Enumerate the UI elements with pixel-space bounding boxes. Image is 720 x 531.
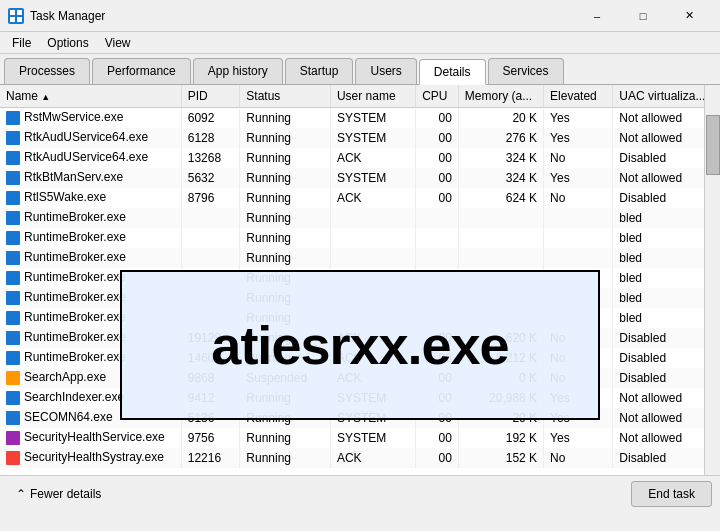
table-row[interactable]: RuntimeBroker.exe Running bled [0,208,720,228]
cell-name: RuntimeBroker.exe [0,228,181,248]
cell-memory: 20 K [458,108,543,128]
cell-pid: 13268 [181,148,240,168]
process-table-container: Name ▲ PID Status User name CPU Memory (… [0,85,720,475]
table-header: Name ▲ PID Status User name CPU Memory (… [0,85,720,108]
maximize-button[interactable]: □ [620,1,666,31]
tab-services[interactable]: Services [488,58,564,84]
window-title: Task Manager [30,9,574,23]
cell-cpu: 00 [416,448,459,468]
title-bar: Task Manager – □ ✕ [0,0,720,32]
col-header-memory[interactable]: Memory (a... [458,85,543,108]
cell-elevated [544,228,613,248]
cell-status: Running [240,188,331,208]
tab-app-history[interactable]: App history [193,58,283,84]
cell-pid [181,228,240,248]
cell-user: SYSTEM [330,128,415,148]
cell-name: RuntimeBroker.exe [0,248,181,268]
col-header-name[interactable]: Name ▲ [0,85,181,108]
cell-pid: 9756 [181,428,240,448]
table-row[interactable]: RuntimeBroker.exe Running bled [0,228,720,248]
tab-performance[interactable]: Performance [92,58,191,84]
fewer-details-button[interactable]: ⌃ Fewer details [8,483,109,505]
cell-elevated: No [544,188,613,208]
close-button[interactable]: ✕ [666,1,712,31]
cell-elevated [544,208,613,228]
window-controls: – □ ✕ [574,1,712,31]
col-header-status[interactable]: Status [240,85,331,108]
cell-user: ACK [330,188,415,208]
table-row[interactable]: RtkBtManServ.exe 5632 Running SYSTEM 00 … [0,168,720,188]
cell-pid [181,208,240,228]
menu-options[interactable]: Options [39,34,96,52]
cell-cpu: 00 [416,168,459,188]
cell-name: RstMwService.exe [0,108,181,128]
cell-status: Running [240,108,331,128]
table-row[interactable]: RtlS5Wake.exe 8796 Running ACK 00 624 K … [0,188,720,208]
cell-cpu: 00 [416,188,459,208]
cell-elevated: Yes [544,428,613,448]
fewer-details-label: Fewer details [30,487,101,501]
cell-elevated: No [544,448,613,468]
cell-pid [181,248,240,268]
cell-cpu: 00 [416,148,459,168]
cell-user [330,248,415,268]
bottom-bar: ⌃ Fewer details End task [0,475,720,511]
table-row[interactable]: RstMwService.exe 6092 Running SYSTEM 00 … [0,108,720,128]
cell-memory [458,208,543,228]
cell-elevated: Yes [544,128,613,148]
svg-rect-0 [10,10,15,15]
table-row[interactable]: RuntimeBroker.exe Running bled [0,248,720,268]
cell-memory: 192 K [458,428,543,448]
col-header-cpu[interactable]: CPU [416,85,459,108]
cell-memory [458,228,543,248]
cell-status: Running [240,148,331,168]
cell-name: RtlS5Wake.exe [0,188,181,208]
table-row[interactable]: SecurityHealthService.exe 9756 Running S… [0,428,720,448]
cell-cpu: 00 [416,128,459,148]
scrollbar[interactable] [704,85,720,475]
col-header-user[interactable]: User name [330,85,415,108]
cell-user [330,208,415,228]
cell-status: Running [240,248,331,268]
cell-elevated: No [544,148,613,168]
cell-cpu [416,208,459,228]
cell-name: RtkAudUService64.exe [0,148,181,168]
cell-memory: 152 K [458,448,543,468]
cell-pid: 6128 [181,128,240,148]
app-icon [8,8,24,24]
svg-rect-3 [17,17,22,22]
cell-memory: 624 K [458,188,543,208]
cell-name: SecurityHealthService.exe [0,428,181,448]
cell-name: SecurityHealthSystray.exe [0,448,181,468]
cell-pid: 6092 [181,108,240,128]
menu-view[interactable]: View [97,34,139,52]
end-task-button[interactable]: End task [631,481,712,507]
cell-elevated: Yes [544,168,613,188]
cell-memory: 324 K [458,148,543,168]
cell-memory: 276 K [458,128,543,148]
cell-cpu: 00 [416,108,459,128]
col-header-elevated[interactable]: Elevated [544,85,613,108]
watermark-overlay: atiesrxx.exe [120,270,600,420]
cell-pid: 12216 [181,448,240,468]
svg-rect-2 [10,17,15,22]
table-row[interactable]: SecurityHealthSystray.exe 12216 Running … [0,448,720,468]
svg-rect-1 [17,10,22,15]
tab-processes[interactable]: Processes [4,58,90,84]
scroll-thumb[interactable] [706,115,720,175]
tab-details[interactable]: Details [419,59,486,85]
tab-users[interactable]: Users [355,58,416,84]
cell-status: Running [240,428,331,448]
cell-user: ACK [330,448,415,468]
cell-status: Running [240,208,331,228]
minimize-button[interactable]: – [574,1,620,31]
cell-user: SYSTEM [330,168,415,188]
tab-bar: Processes Performance App history Startu… [0,54,720,85]
menu-file[interactable]: File [4,34,39,52]
col-header-pid[interactable]: PID [181,85,240,108]
table-row[interactable]: RtkAudUService64.exe 6128 Running SYSTEM… [0,128,720,148]
tab-startup[interactable]: Startup [285,58,354,84]
cell-status: Running [240,228,331,248]
cell-cpu [416,248,459,268]
table-row[interactable]: RtkAudUService64.exe 13268 Running ACK 0… [0,148,720,168]
